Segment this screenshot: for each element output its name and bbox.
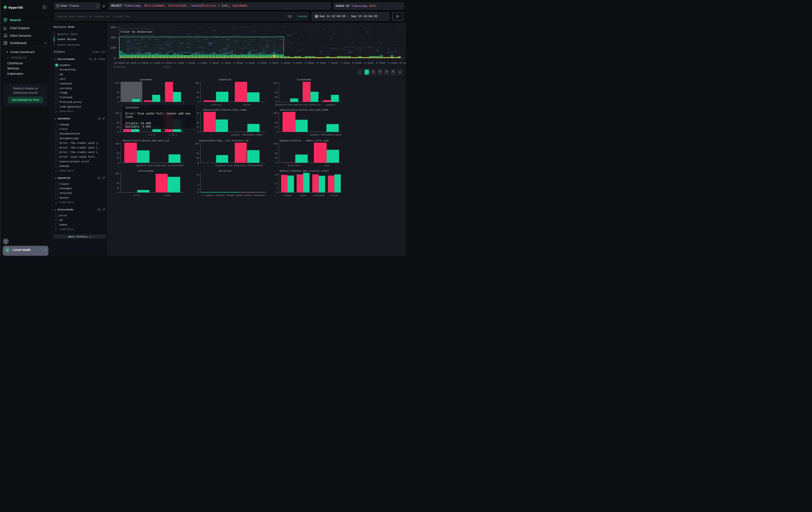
svg-text:4: 4 bbox=[198, 189, 199, 191]
svg-text:400: 400 bbox=[111, 36, 116, 39]
svg-text:25: 25 bbox=[196, 96, 199, 99]
svg-text:SpanAttributes.app.loyalty.lev: SpanAttributes.app.loyalty.level bbox=[280, 169, 329, 172]
svg-text:7:00am: 7:00am bbox=[328, 61, 338, 64]
svg-text:0: 0 bbox=[276, 131, 277, 133]
svg-text:0: 0 bbox=[198, 191, 199, 194]
svg-text:platinum: platinum bbox=[313, 194, 324, 197]
svg-text:Internal: Internal bbox=[211, 104, 222, 106]
svg-text:50: 50 bbox=[117, 152, 119, 155]
svg-text:10:00pm: 10:00pm bbox=[114, 61, 124, 64]
svg-text:0: 0 bbox=[276, 162, 277, 164]
svg-text:6:00am: 6:00am bbox=[304, 61, 314, 64]
svg-text:ScopeName: ScopeName bbox=[297, 78, 311, 81]
svg-text:0: 0 bbox=[114, 57, 116, 60]
svg-text:11:00pm: 11:00pm bbox=[137, 61, 148, 64]
svg-text:8:00am: 8:00am bbox=[352, 61, 361, 64]
svg-text:25: 25 bbox=[117, 126, 119, 129]
svg-text:100: 100 bbox=[195, 143, 199, 145]
svg-text:200: 200 bbox=[111, 46, 116, 50]
svg-text:50: 50 bbox=[274, 91, 277, 94]
svg-text:3:30am: 3:30am bbox=[245, 61, 255, 64]
svg-text:10:30pm: 10:30pm bbox=[126, 61, 137, 64]
svg-text:2:30am: 2:30am bbox=[222, 61, 231, 64]
svg-text:9/15: 9/15 bbox=[164, 65, 170, 69]
svg-text:SpanKind: SpanKind bbox=[219, 78, 231, 81]
svg-text:5:00am: 5:00am bbox=[281, 61, 290, 64]
svg-text:100: 100 bbox=[115, 143, 119, 145]
svg-text:7: 7 bbox=[276, 187, 277, 189]
svg-text:0: 0 bbox=[118, 131, 119, 133]
svg-text:mastercard: mastercard bbox=[288, 164, 301, 167]
svg-text:0: 0 bbox=[118, 191, 119, 194]
svg-text:2:00am: 2:00am bbox=[210, 61, 219, 64]
svg-text:100: 100 bbox=[115, 172, 119, 175]
svg-text:5:30am: 5:30am bbox=[293, 61, 302, 64]
svg-text:12:00am: 12:00am bbox=[161, 61, 172, 64]
svg-text:50: 50 bbox=[117, 91, 119, 94]
svg-text:3:00am: 3:00am bbox=[233, 61, 242, 64]
svg-text:100: 100 bbox=[273, 143, 277, 145]
svg-text:ResourceAttribu..ice.instance.: ResourceAttribu..ice.instance.id bbox=[199, 139, 249, 142]
svg-text:100: 100 bbox=[195, 82, 199, 84]
svg-text:0.1.0: 0.1.0 bbox=[148, 134, 155, 136]
svg-text:14: 14 bbox=[274, 183, 277, 185]
svg-text:1:30am: 1:30am bbox=[198, 61, 207, 64]
svg-text:SpanName: SpanName bbox=[140, 78, 152, 81]
svg-text:4:00am: 4:00am bbox=[257, 61, 266, 64]
svg-text:600: 600 bbox=[111, 26, 116, 29]
svg-text:28: 28 bbox=[274, 173, 277, 176]
svg-text:6:30am: 6:30am bbox=[317, 61, 326, 64]
svg-text:25: 25 bbox=[274, 126, 277, 129]
svg-text:25: 25 bbox=[117, 157, 119, 159]
svg-text:gold: gold bbox=[300, 194, 306, 197]
svg-text:5e02b5fb-13ae-4296-bbbc-111f42: 5e02b5fb-13ae-4296-bbbc-111f423c460d bbox=[136, 164, 184, 167]
svg-text:100: 100 bbox=[273, 112, 277, 114]
svg-text:0: 0 bbox=[118, 101, 119, 103]
svg-text:f5344ec9-a1ea-4290-a62a-78f5be: f5344ec9-a1ea-4290-a62a-78f5bee8d90b bbox=[215, 164, 263, 167]
svg-text:25: 25 bbox=[117, 187, 119, 189]
svg-text:StatusCode: StatusCode bbox=[138, 169, 154, 172]
svg-text:16: 16 bbox=[196, 174, 199, 176]
svg-text:50: 50 bbox=[274, 122, 277, 124]
svg-text:25: 25 bbox=[117, 96, 119, 99]
svg-text:ResourceAttributes.host.name: ResourceAttributes.host.name bbox=[203, 108, 247, 111]
svg-text:payment-7985c8969c-mwmw7: payment-7985c8969c-mwmw7 bbox=[310, 134, 342, 136]
svg-text:50: 50 bbox=[196, 91, 199, 94]
svg-text:50: 50 bbox=[274, 152, 277, 155]
svg-text:1:00am: 1:00am bbox=[186, 61, 195, 64]
svg-text:SpanAttributes...yment.card_ty: SpanAttributes...yment.card_type bbox=[280, 139, 329, 142]
svg-text:8:30am: 8:30am bbox=[364, 61, 373, 64]
svg-text:9:00am: 9:00am bbox=[376, 61, 385, 64]
svg-text:12:30am: 12:30am bbox=[173, 61, 184, 64]
svg-text:100: 100 bbox=[115, 112, 119, 114]
svg-text:50: 50 bbox=[117, 182, 119, 185]
svg-text:100: 100 bbox=[273, 82, 277, 84]
svg-text:Unset: Unset bbox=[165, 194, 171, 197]
svg-text:visa: visa bbox=[324, 164, 329, 167]
svg-text:Duration: Duration bbox=[219, 169, 231, 172]
svg-text:payment: payment bbox=[326, 104, 336, 106]
svg-text:8: 8 bbox=[198, 184, 199, 186]
svg-text:bronze: bronze bbox=[284, 194, 291, 197]
svg-text:4:30am: 4:30am bbox=[269, 61, 279, 64]
svg-text:0: 0 bbox=[198, 162, 199, 164]
svg-text:10:00am: 10:00am bbox=[399, 61, 406, 64]
svg-text:50: 50 bbox=[196, 152, 199, 155]
svg-text:0: 0 bbox=[276, 191, 277, 194]
svg-text:0.51.1: 0.51.1 bbox=[169, 134, 177, 136]
svg-text:11:30pm: 11:30pm bbox=[149, 61, 160, 64]
svg-text:9:30am: 9:30am bbox=[388, 61, 397, 64]
svg-text:25: 25 bbox=[274, 157, 277, 159]
svg-text:@hyperdx/instrumentation-excep: @hyperdx/instrumentation-exception bbox=[276, 104, 321, 106]
svg-text:ResourceAttributes.k8s.pod.uid: ResourceAttributes.k8s.pod.uid bbox=[123, 139, 169, 142]
svg-text:payment-7985c8969c-mwmw7: payment-7985c8969c-mwmw7 bbox=[231, 134, 263, 136]
svg-text:ResourceAttributes.k8s.pod.nam: ResourceAttributes.k8s.pod.name bbox=[280, 108, 328, 111]
svg-text:100: 100 bbox=[115, 82, 119, 84]
svg-text:Server: Server bbox=[243, 104, 251, 106]
svg-text:0 1198813 2944180 703098 7594: 0 1198813 2944180 703098 759483 822013 9… bbox=[202, 194, 265, 197]
svg-text:9/14/25: 9/14/25 bbox=[114, 65, 124, 69]
svg-text:7:30am: 7:30am bbox=[340, 61, 350, 64]
svg-text:Error: Error bbox=[134, 194, 140, 197]
svg-text:25: 25 bbox=[274, 96, 277, 99]
svg-text:0: 0 bbox=[118, 162, 119, 164]
